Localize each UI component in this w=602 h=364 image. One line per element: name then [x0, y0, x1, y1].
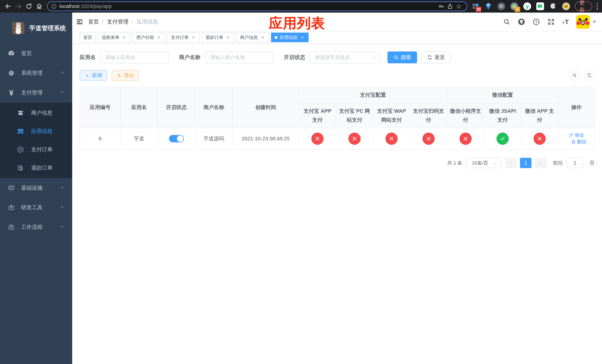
- tab-merchant-info[interactable]: 商户信息×: [236, 32, 269, 42]
- extension-gem-icon[interactable]: [484, 2, 492, 10]
- merchant-name-input[interactable]: [205, 52, 273, 63]
- status-toggle-on[interactable]: [169, 135, 184, 142]
- close-icon[interactable]: ×: [122, 35, 127, 40]
- col-wechat-jsapi: 微信 JSAPI 支付: [484, 103, 521, 128]
- password-key-icon[interactable]: [437, 2, 446, 11]
- browser-back-icon[interactable]: [3, 1, 13, 11]
- tab-refund-orders[interactable]: 退款订单×: [202, 32, 234, 42]
- page-unit-label: 页: [590, 160, 595, 166]
- active-dot: [275, 36, 278, 39]
- alipay-wap-fail-icon: [386, 133, 398, 145]
- prev-page-button[interactable]: [505, 158, 516, 168]
- help-icon[interactable]: ?: [532, 17, 541, 26]
- breadcrumb-current: 应用信息: [137, 18, 158, 26]
- fullscreen-icon[interactable]: [547, 17, 556, 26]
- close-icon[interactable]: ×: [156, 35, 161, 40]
- sidebar-item-system[interactable]: 系统管理: [0, 63, 72, 83]
- next-page-button[interactable]: [535, 158, 547, 168]
- user-avatar[interactable]: [576, 15, 596, 29]
- github-icon[interactable]: [517, 17, 526, 26]
- merchant-name-label: 商户名称: [179, 54, 201, 61]
- tab-user-group[interactable]: 用户分组×: [133, 32, 165, 42]
- goto-page-input[interactable]: [567, 158, 583, 168]
- add-button[interactable]: ＋新增: [80, 70, 107, 81]
- profile-avatar-icon[interactable]: [562, 2, 570, 10]
- sidebar-item-merchant-info[interactable]: 商户信息: [0, 104, 72, 122]
- extension-command-icon[interactable]: ⌘: [497, 2, 505, 10]
- close-icon[interactable]: ×: [191, 35, 196, 40]
- refresh-table-button[interactable]: [584, 70, 595, 81]
- table-toolbar: ＋新增 导出: [80, 70, 595, 81]
- col-alipay-app: 支付宝 APP 支付: [299, 103, 336, 128]
- font-size-icon[interactable]: TT: [561, 17, 570, 26]
- sidebar-item-refund-orders[interactable]: 退款订单: [0, 159, 72, 177]
- browser-home-icon[interactable]: [34, 1, 44, 11]
- page-size-select[interactable]: 10条/页: [466, 158, 501, 168]
- svg-text:¥: ¥: [20, 148, 22, 151]
- app-name-input[interactable]: [100, 52, 169, 63]
- alipay-qr-fail-icon: [422, 133, 435, 145]
- rabbit-logo-icon: [12, 22, 24, 34]
- sidebar: 芋道管理系统 首页 系统管理 ¥ 支付管理: [0, 13, 72, 364]
- col-alipay-wap: 支付宝 WAP 网站支付: [373, 103, 410, 128]
- chevron-right-icon: [538, 161, 543, 165]
- page-number-current[interactable]: 1: [520, 158, 531, 168]
- col-open-status: 开启状态: [158, 87, 195, 128]
- reset-button[interactable]: 重置: [421, 52, 450, 63]
- browser-forward-icon[interactable]: [13, 1, 24, 11]
- delete-link[interactable]: 删除: [571, 139, 587, 145]
- briefcase-icon: [7, 224, 16, 230]
- extension-y-icon[interactable]: y: [523, 2, 531, 10]
- bookmark-star-icon[interactable]: ☆: [454, 2, 463, 11]
- browser-update-button[interactable]: 更新: [575, 2, 592, 11]
- app-title: 芋道管理系统: [29, 24, 66, 32]
- chevron-down-icon: [371, 55, 376, 60]
- extensions-puzzle-icon[interactable]: [549, 2, 557, 10]
- col-wechat-lite: 微信小程序支付: [447, 103, 484, 128]
- col-app-id: 应用编号: [80, 87, 120, 128]
- open-status-select[interactable]: 请选择开启状态: [310, 52, 380, 63]
- extension-badge: 1: [515, 7, 520, 12]
- toggle-search-button[interactable]: [569, 70, 580, 81]
- search-button[interactable]: 搜索: [387, 52, 417, 63]
- sidebar-item-payment-orders[interactable]: ¥ 支付订单: [0, 140, 72, 159]
- edit-pencil-icon: [569, 133, 573, 137]
- tab-home[interactable]: 首页: [80, 32, 96, 42]
- tab-app-info-active[interactable]: 应用信息×: [271, 32, 309, 42]
- close-icon[interactable]: ×: [260, 35, 265, 40]
- browser-menu-icon[interactable]: [595, 2, 599, 11]
- sidebar-item-payment[interactable]: ¥ 支付管理: [0, 83, 72, 103]
- col-group-alipay: 支付宝配置: [299, 87, 447, 103]
- header-search-icon[interactable]: [502, 17, 511, 26]
- extension-blocker-icon[interactable]: 10: [471, 2, 479, 10]
- chevron-up-icon: [60, 90, 65, 96]
- yen-icon: ¥: [7, 89, 16, 96]
- breadcrumb-payment[interactable]: 支付管理: [107, 18, 129, 26]
- search-form: 应用名 商户名称 开启状态 请选择开启状态 搜索 重置: [80, 52, 595, 63]
- site-info-icon[interactable]: [51, 3, 57, 9]
- share-icon[interactable]: [446, 2, 454, 11]
- address-bar[interactable]: localhost:1024/pay/app ☆: [47, 1, 467, 11]
- tab-process-form[interactable]: 流程表单×: [98, 32, 130, 42]
- cell-app-id: 6: [80, 128, 120, 150]
- dashboard-icon: [7, 50, 16, 57]
- sidebar-collapse-icon[interactable]: [72, 13, 87, 31]
- app-logo[interactable]: 芋道管理系统: [0, 13, 72, 44]
- monitor-chart-icon: [7, 185, 16, 191]
- tab-payment-orders[interactable]: 支付订单×: [167, 32, 200, 42]
- browser-reload-icon[interactable]: [24, 1, 34, 11]
- sidebar-item-app-info[interactable]: 应用信息: [0, 122, 72, 140]
- payment-submenu: 商户信息 应用信息 ¥ 支付订单 退款订单: [0, 103, 72, 178]
- edit-link[interactable]: 修改: [569, 132, 584, 138]
- export-button[interactable]: 导出: [112, 70, 139, 81]
- extension-chat-icon[interactable]: [536, 2, 544, 10]
- sidebar-item-home[interactable]: 首页: [0, 44, 72, 63]
- close-icon[interactable]: ×: [226, 35, 231, 40]
- sidebar-item-dev-tools[interactable]: 研发工具: [0, 198, 72, 217]
- sidebar-item-infrastructure[interactable]: 基础设施: [0, 178, 72, 198]
- sidebar-item-workflow[interactable]: 工作流程: [0, 217, 72, 237]
- extension-recorder-icon[interactable]: 1: [510, 2, 518, 10]
- close-icon[interactable]: ×: [300, 35, 305, 40]
- breadcrumb-home[interactable]: 首页: [88, 18, 99, 26]
- col-group-wechat: 微信配置: [447, 87, 558, 103]
